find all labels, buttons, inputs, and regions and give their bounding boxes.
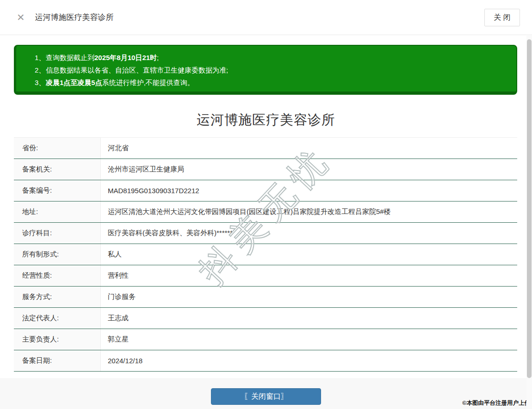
row-value: 营利性 [101,265,517,286]
header-title: 运河博施医疗美容诊所 [35,12,114,23]
header-bar: ✕ 运河博施医疗美容诊所 关 闭 [0,0,532,35]
table-row: 备案编号: MAD8195G013090317D2212 [14,180,517,201]
row-value: 私人 [101,244,517,265]
row-label: 法定代表人: [14,308,101,329]
table-row: 备案日期: 2024/12/18 [14,350,517,372]
record-popup: ✕ 运河博施医疗美容诊所 关 闭 1、查询数据截止到2025年8月10日21时;… [0,0,532,409]
table-row: 主要负责人: 郭立星 [14,329,517,350]
copyright-note: ©本图由平台注册用户上传 [462,399,530,407]
row-value: 2024/12/18 [101,350,517,371]
table-row: 所有制形式: 私人 [14,244,517,265]
table-row: 诊疗科目: 医疗美容科(美容皮肤科、美容外科)****** [14,223,517,244]
row-value: 河北省 [101,138,517,159]
notice-line: 1、查询数据截止到2025年8月10日21时; [35,51,507,64]
notice-text: 查询数据截止到 [46,54,94,61]
notice-text: 系统进行维护,不能提供查询。 [102,79,194,86]
row-label: 主要负责人: [14,329,101,350]
row-label: 地址: [14,201,101,222]
row-label: 备案编号: [14,180,101,201]
scrollbar-thumb[interactable] [527,39,532,378]
scrollbar-track[interactable] [526,36,532,409]
row-value: 门诊服务 [101,287,517,307]
row-label: 所有制形式: [14,244,101,265]
close-button[interactable]: 关 闭 [484,9,520,26]
notice-line: 3、凌晨1点至凌晨5点系统进行维护,不能提供查询。 [35,76,507,89]
row-value: 运河区清池大道沧州大运河文化带园博园项目(园区建设工程)吕家院提升改造工程吕家院… [101,201,517,222]
notice-text: ; [157,54,159,61]
row-value: MAD8195G013090317D2212 [101,180,517,201]
table-row: 经营性质: 营利性 [14,265,517,287]
table-row: 地址: 运河区清池大道沧州大运河文化带园博园项目(园区建设工程)吕家院提升改造工… [14,201,517,223]
row-value: 沧州市运河区卫生健康局 [101,159,517,180]
notice-banner: 1、查询数据截止到2025年8月10日21时; 2、信息数据结果以各省、自治区、… [14,45,517,95]
row-label: 诊疗科目: [14,223,101,244]
row-label: 服务方式: [14,287,101,307]
row-value: 王志成 [101,308,517,329]
notice-line: 2、信息数据结果以各省、自治区、直辖市卫生健康委数据为准; [35,64,507,76]
row-value: 医疗美容科(美容皮肤科、美容外科)****** [101,223,517,244]
close-window-button[interactable]: 〖关闭窗口〗 [211,388,321,405]
table-row: 服务方式: 门诊服务 [14,287,517,308]
clinic-name-title: 运河博施医疗美容诊所 [0,111,532,129]
table-row: 备案机关: 沧州市运河区卫生健康局 [14,159,517,180]
notice-text: 信息数据结果以各省、自治区、直辖市卫生健康委数据为准; [46,66,228,74]
row-label: 备案机关: [14,159,101,180]
table-row: 法定代表人: 王志成 [14,308,517,329]
notice-text-bold: 2025年8月10日21时 [94,54,157,61]
footer-bar: 〖关闭窗口〗 ©本图由平台注册用户上传 [0,378,532,409]
table-row: 省份: 河北省 [14,138,517,159]
notice-line-number: 3、 [35,76,46,89]
row-label: 省份: [14,138,101,159]
row-label: 备案日期: [14,350,101,371]
row-value: 郭立星 [101,329,517,350]
row-label: 经营性质: [14,265,101,286]
close-x-icon[interactable]: ✕ [17,12,25,22]
notice-text-bold: 凌晨1点至凌晨5点 [46,79,102,86]
notice-line-number: 2、 [35,64,46,76]
notice-line-number: 1、 [35,51,46,64]
detail-table: 省份: 河北省 备案机关: 沧州市运河区卫生健康局 备案编号: MAD8195G… [14,137,517,372]
